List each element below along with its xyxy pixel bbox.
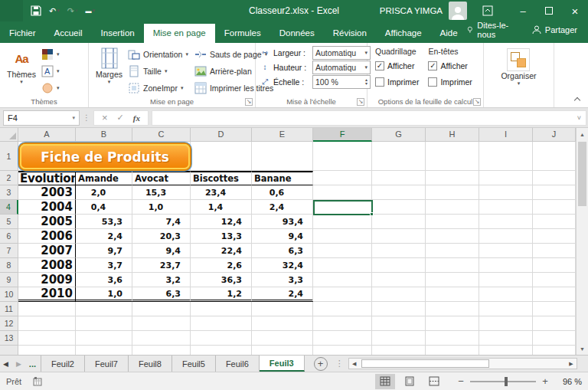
- column-header-G[interactable]: G: [372, 128, 426, 142]
- cancel-button[interactable]: ×: [102, 112, 108, 123]
- cell-I5[interactable]: [479, 215, 533, 229]
- width-combo[interactable]: Automatiqu▾: [312, 46, 371, 60]
- column-header-B[interactable]: B: [76, 128, 132, 142]
- cell-J14[interactable]: [533, 346, 576, 355]
- tab-insertion[interactable]: Insertion: [92, 24, 144, 43]
- expand-formula-bar-icon[interactable]: ˅: [577, 114, 581, 122]
- cell-E2[interactable]: Banane: [252, 171, 313, 185]
- cell-J12[interactable]: [533, 316, 576, 331]
- row-header-5[interactable]: 5: [0, 215, 18, 229]
- cell-B8[interactable]: 3,7: [76, 258, 132, 273]
- theme-fonts-button[interactable]: A ▾: [40, 64, 61, 79]
- row-header-14[interactable]: [0, 346, 18, 355]
- tab-mise-en-page[interactable]: Mise en page: [144, 24, 215, 43]
- cell-F5[interactable]: [313, 215, 372, 229]
- sheet-nav-left-icon[interactable]: ◀: [3, 360, 8, 368]
- gridlines-print-row[interactable]: Imprimer: [375, 75, 419, 89]
- cell-G7[interactable]: [372, 244, 426, 258]
- column-header-C[interactable]: C: [132, 128, 191, 142]
- margins-button[interactable]: Marges ▾: [92, 45, 126, 87]
- sheet-nav-right-icon[interactable]: ▶: [16, 360, 21, 368]
- zoom-out-button[interactable]: −: [456, 375, 466, 387]
- headings-show-checkbox[interactable]: ✓: [428, 61, 437, 70]
- cell-E4[interactable]: 2,4: [252, 200, 313, 215]
- cell-B6[interactable]: 2,4: [76, 229, 132, 244]
- cell-A5[interactable]: 2005: [18, 215, 76, 229]
- cell-J3[interactable]: [533, 185, 576, 200]
- row-header-4[interactable]: 4: [0, 200, 18, 215]
- undo-button[interactable]: ↶▾: [46, 2, 63, 19]
- cell-H5[interactable]: [426, 215, 479, 229]
- column-header-A[interactable]: A: [18, 128, 76, 142]
- cell-J6[interactable]: [533, 229, 576, 244]
- cell-C8[interactable]: 23,7: [132, 258, 191, 273]
- cell-A14[interactable]: [18, 346, 76, 355]
- vertical-scroll-thumb[interactable]: [578, 142, 586, 206]
- tab-accueil[interactable]: Accueil: [45, 24, 92, 43]
- cell-J8[interactable]: [533, 258, 576, 273]
- redo-button[interactable]: ↷▾: [64, 2, 81, 19]
- cell-B11[interactable]: [76, 302, 132, 316]
- column-header-E[interactable]: E: [252, 128, 313, 142]
- cell-H10[interactable]: [426, 287, 479, 302]
- arrange-button[interactable]: Organiser ▾: [497, 47, 540, 88]
- zoom-slider[interactable]: [470, 381, 536, 382]
- zoom-level[interactable]: 96 %: [554, 377, 582, 386]
- tell-me-box[interactable]: Dites-le-nous: [467, 21, 509, 39]
- cell-D2[interactable]: Biscottes: [191, 171, 252, 185]
- cell-C10[interactable]: 6,3: [132, 287, 191, 302]
- enter-button[interactable]: ✓: [117, 113, 124, 123]
- cell-A9[interactable]: 2009: [18, 273, 76, 287]
- cell-D1[interactable]: [191, 142, 252, 171]
- select-all-corner[interactable]: [0, 128, 18, 142]
- cell-A4[interactable]: 2004: [18, 200, 76, 215]
- tab-revision[interactable]: Révision: [324, 24, 376, 43]
- cell-B9[interactable]: 3,6: [76, 273, 132, 287]
- cell-A13[interactable]: [18, 331, 76, 346]
- cell-G10[interactable]: [372, 287, 426, 302]
- page-break-view-button[interactable]: [424, 374, 444, 389]
- cell-B14[interactable]: [76, 346, 132, 355]
- cell-F12[interactable]: [313, 316, 372, 331]
- cell-F8[interactable]: [313, 258, 372, 273]
- name-box[interactable]: F4 ▾: [3, 110, 80, 126]
- cell-J10[interactable]: [533, 287, 576, 302]
- cell-H11[interactable]: [426, 302, 479, 316]
- sheet-tab-feuil5[interactable]: Feuil5: [172, 356, 216, 372]
- cell-J4[interactable]: [533, 200, 576, 215]
- cell-F13[interactable]: [313, 331, 372, 346]
- page-layout-view-button[interactable]: [400, 374, 420, 389]
- excel-app-icon[interactable]: [0, 0, 23, 21]
- cell-D14[interactable]: [191, 346, 252, 355]
- page-setup-dialog-launcher[interactable]: ↘: [245, 98, 253, 106]
- cell-E6[interactable]: 9,4: [252, 229, 313, 244]
- close-button[interactable]: ×: [562, 0, 588, 21]
- cell-I7[interactable]: [479, 244, 533, 258]
- cell-H1[interactable]: [426, 142, 479, 171]
- cell-I12[interactable]: [479, 316, 533, 331]
- cell-D5[interactable]: 12,4: [191, 215, 252, 229]
- cell-H14[interactable]: [426, 346, 479, 355]
- column-header-I[interactable]: I: [479, 128, 533, 142]
- scroll-right-arrow[interactable]: ▶: [566, 361, 577, 367]
- horizontal-scroll-thumb[interactable]: [361, 359, 489, 368]
- sheet-tab-feuil2[interactable]: Feuil2: [41, 356, 85, 372]
- cell-F14[interactable]: [313, 346, 372, 355]
- tab-donnees[interactable]: Données: [270, 24, 324, 43]
- sheet-tabs-overflow[interactable]: ...: [24, 356, 41, 372]
- row-header-12[interactable]: 12: [0, 316, 18, 331]
- cell-G5[interactable]: [372, 215, 426, 229]
- tab-aide[interactable]: Aide: [431, 24, 467, 43]
- theme-colors-button[interactable]: ▾: [40, 47, 61, 62]
- orientation-button[interactable]: Orientation▾: [126, 47, 190, 62]
- row-header-6[interactable]: 6: [0, 229, 18, 244]
- cell-G13[interactable]: [372, 331, 426, 346]
- cell-I3[interactable]: [479, 185, 533, 200]
- cell-F1[interactable]: [313, 142, 372, 171]
- row-header-11[interactable]: 11: [0, 302, 18, 316]
- cell-C12[interactable]: [132, 316, 191, 331]
- insert-function-button[interactable]: fx: [133, 113, 140, 123]
- cell-B2[interactable]: Amande: [76, 171, 132, 185]
- zoom-in-button[interactable]: +: [541, 375, 550, 387]
- zoom-slider-thumb[interactable]: [505, 377, 508, 386]
